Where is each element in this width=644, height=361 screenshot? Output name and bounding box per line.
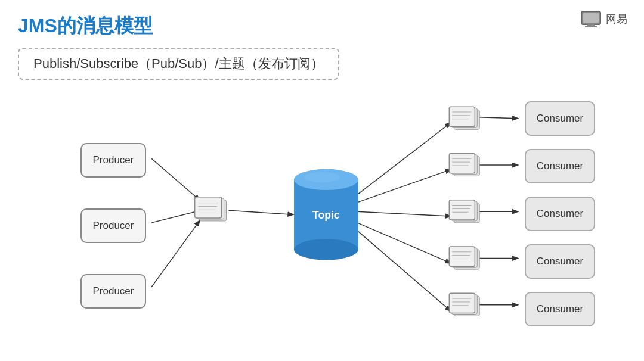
- svg-line-5: [151, 210, 200, 223]
- svg-line-11: [356, 222, 451, 263]
- svg-rect-25: [195, 197, 222, 218]
- consumer-box-1: Consumer: [525, 101, 595, 136]
- producer-box-3: Producer: [80, 274, 146, 309]
- subtitle-box: Publish/Subscribe（Pub/Sub）/主题（发布订阅）: [18, 48, 339, 80]
- svg-rect-37: [449, 153, 475, 173]
- consumer-box-2: Consumer: [525, 149, 595, 183]
- consumer-box-3: Consumer: [525, 197, 595, 231]
- svg-rect-55: [449, 293, 475, 313]
- monitor-icon: [581, 11, 601, 27]
- svg-line-13: [478, 117, 518, 119]
- svg-line-7: [228, 210, 293, 214]
- svg-point-21: [305, 172, 340, 183]
- page-title: JMS的消息模型: [18, 13, 153, 39]
- consumer-box-4: Consumer: [525, 244, 595, 279]
- diagram: Topic: [0, 83, 644, 355]
- svg-rect-3: [583, 13, 599, 23]
- producer-box-2: Producer: [80, 208, 146, 243]
- svg-line-6: [151, 221, 199, 287]
- svg-line-12: [354, 228, 450, 311]
- producer-box-1: Producer: [80, 143, 146, 178]
- svg-rect-43: [449, 200, 475, 220]
- svg-line-10: [357, 211, 451, 216]
- svg-line-4: [151, 158, 199, 200]
- logo-area: 网易: [581, 11, 627, 27]
- consumer-box-5: Consumer: [525, 292, 595, 326]
- svg-rect-31: [449, 107, 475, 126]
- logo-text: 网易: [606, 12, 627, 26]
- svg-line-8: [354, 123, 450, 197]
- svg-rect-49: [449, 247, 475, 266]
- svg-line-9: [356, 170, 451, 203]
- svg-point-19: [294, 239, 358, 260]
- svg-text:Topic: Topic: [312, 209, 340, 221]
